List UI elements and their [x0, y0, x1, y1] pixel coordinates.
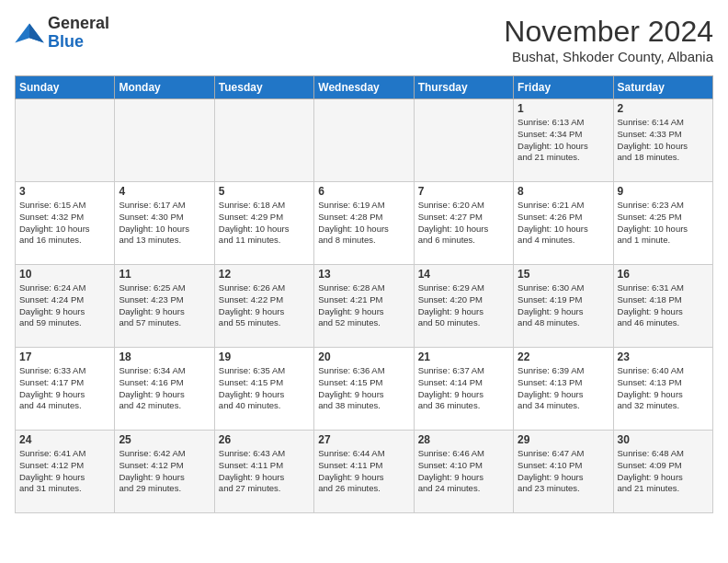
- calendar-cell: 7Sunrise: 6:20 AMSunset: 4:27 PMDaylight…: [414, 182, 513, 265]
- calendar-cell: 15Sunrise: 6:30 AMSunset: 4:19 PMDayligh…: [514, 265, 613, 348]
- weekday-header-row: SundayMondayTuesdayWednesdayThursdayFrid…: [16, 76, 713, 99]
- day-number: 23: [618, 350, 709, 363]
- day-number: 12: [219, 268, 310, 281]
- calendar-cell: 30Sunrise: 6:48 AMSunset: 4:09 PMDayligh…: [613, 431, 712, 513]
- weekday-header-tuesday: Tuesday: [214, 76, 313, 99]
- day-number: 6: [318, 185, 409, 198]
- calendar-cell: 23Sunrise: 6:40 AMSunset: 4:13 PMDayligh…: [613, 348, 712, 431]
- calendar-cell: [214, 99, 313, 182]
- day-info: Sunrise: 6:29 AMSunset: 4:20 PMDaylight:…: [418, 282, 509, 329]
- calendar-cell: 11Sunrise: 6:25 AMSunset: 4:23 PMDayligh…: [115, 265, 214, 348]
- day-number: 27: [318, 433, 409, 446]
- location-subtitle: Bushat, Shkoder County, Albania: [504, 49, 713, 64]
- day-number: 15: [518, 268, 609, 281]
- weekday-header-monday: Monday: [115, 76, 214, 99]
- day-number: 10: [19, 268, 110, 281]
- day-number: 1: [518, 102, 609, 115]
- weekday-header-saturday: Saturday: [613, 76, 712, 99]
- day-info: Sunrise: 6:43 AMSunset: 4:11 PMDaylight:…: [219, 448, 310, 495]
- day-number: 14: [418, 268, 509, 281]
- calendar-cell: [16, 99, 115, 182]
- day-info: Sunrise: 6:19 AMSunset: 4:28 PMDaylight:…: [318, 200, 409, 247]
- day-info: Sunrise: 6:28 AMSunset: 4:21 PMDaylight:…: [318, 282, 409, 329]
- calendar-cell: 3Sunrise: 6:15 AMSunset: 4:32 PMDaylight…: [16, 182, 115, 265]
- day-info: Sunrise: 6:17 AMSunset: 4:30 PMDaylight:…: [119, 200, 210, 247]
- day-info: Sunrise: 6:15 AMSunset: 4:32 PMDaylight:…: [19, 200, 110, 247]
- page-header: General Blue November 2024 Bushat, Shkod…: [15, 15, 713, 64]
- day-info: Sunrise: 6:24 AMSunset: 4:24 PMDaylight:…: [19, 282, 110, 329]
- day-number: 18: [119, 350, 210, 363]
- calendar-cell: 18Sunrise: 6:34 AMSunset: 4:16 PMDayligh…: [115, 348, 214, 431]
- day-info: Sunrise: 6:34 AMSunset: 4:16 PMDaylight:…: [119, 365, 210, 412]
- day-number: 24: [19, 433, 110, 446]
- day-info: Sunrise: 6:26 AMSunset: 4:22 PMDaylight:…: [219, 282, 310, 329]
- day-info: Sunrise: 6:41 AMSunset: 4:12 PMDaylight:…: [19, 448, 110, 495]
- day-info: Sunrise: 6:13 AMSunset: 4:34 PMDaylight:…: [518, 117, 609, 164]
- calendar-week-row: 10Sunrise: 6:24 AMSunset: 4:24 PMDayligh…: [16, 265, 713, 348]
- day-number: 16: [618, 268, 709, 281]
- day-info: Sunrise: 6:25 AMSunset: 4:23 PMDaylight:…: [119, 282, 210, 329]
- svg-marker-1: [29, 23, 44, 42]
- calendar-week-row: 17Sunrise: 6:33 AMSunset: 4:17 PMDayligh…: [16, 348, 713, 431]
- calendar-cell: [115, 99, 214, 182]
- day-number: 25: [119, 433, 210, 446]
- calendar-week-row: 1Sunrise: 6:13 AMSunset: 4:34 PMDaylight…: [16, 99, 713, 182]
- day-number: 13: [318, 268, 409, 281]
- day-info: Sunrise: 6:48 AMSunset: 4:09 PMDaylight:…: [618, 448, 709, 495]
- day-info: Sunrise: 6:37 AMSunset: 4:14 PMDaylight:…: [418, 365, 509, 412]
- calendar-table: SundayMondayTuesdayWednesdayThursdayFrid…: [15, 75, 713, 513]
- day-info: Sunrise: 6:14 AMSunset: 4:33 PMDaylight:…: [618, 117, 709, 164]
- day-number: 21: [418, 350, 509, 363]
- calendar-cell: 16Sunrise: 6:31 AMSunset: 4:18 PMDayligh…: [613, 265, 712, 348]
- calendar-cell: [314, 99, 414, 182]
- calendar-cell: 5Sunrise: 6:18 AMSunset: 4:29 PMDaylight…: [214, 182, 313, 265]
- logo-icon: [15, 20, 44, 46]
- day-info: Sunrise: 6:46 AMSunset: 4:10 PMDaylight:…: [418, 448, 509, 495]
- day-info: Sunrise: 6:42 AMSunset: 4:12 PMDaylight:…: [119, 448, 210, 495]
- day-info: Sunrise: 6:20 AMSunset: 4:27 PMDaylight:…: [418, 200, 509, 247]
- calendar-cell: 17Sunrise: 6:33 AMSunset: 4:17 PMDayligh…: [16, 348, 115, 431]
- calendar-cell: 25Sunrise: 6:42 AMSunset: 4:12 PMDayligh…: [115, 431, 214, 513]
- calendar-cell: 22Sunrise: 6:39 AMSunset: 4:13 PMDayligh…: [514, 348, 613, 431]
- calendar-cell: [414, 99, 513, 182]
- day-number: 9: [618, 185, 709, 198]
- calendar-cell: 26Sunrise: 6:43 AMSunset: 4:11 PMDayligh…: [214, 431, 313, 513]
- calendar-week-row: 3Sunrise: 6:15 AMSunset: 4:32 PMDaylight…: [16, 182, 713, 265]
- day-info: Sunrise: 6:18 AMSunset: 4:29 PMDaylight:…: [219, 200, 310, 247]
- calendar-cell: 1Sunrise: 6:13 AMSunset: 4:34 PMDaylight…: [514, 99, 613, 182]
- day-info: Sunrise: 6:44 AMSunset: 4:11 PMDaylight:…: [318, 448, 409, 495]
- day-info: Sunrise: 6:30 AMSunset: 4:19 PMDaylight:…: [518, 282, 609, 329]
- weekday-header-sunday: Sunday: [16, 76, 115, 99]
- day-number: 29: [518, 433, 609, 446]
- calendar-cell: 28Sunrise: 6:46 AMSunset: 4:10 PMDayligh…: [414, 431, 513, 513]
- calendar-week-row: 24Sunrise: 6:41 AMSunset: 4:12 PMDayligh…: [16, 431, 713, 513]
- calendar-cell: 19Sunrise: 6:35 AMSunset: 4:15 PMDayligh…: [214, 348, 313, 431]
- day-number: 3: [19, 185, 110, 198]
- day-number: 26: [219, 433, 310, 446]
- calendar-cell: 29Sunrise: 6:47 AMSunset: 4:10 PMDayligh…: [514, 431, 613, 513]
- calendar-header: SundayMondayTuesdayWednesdayThursdayFrid…: [16, 76, 713, 99]
- day-info: Sunrise: 6:40 AMSunset: 4:13 PMDaylight:…: [618, 365, 709, 412]
- calendar-cell: 8Sunrise: 6:21 AMSunset: 4:26 PMDaylight…: [514, 182, 613, 265]
- day-info: Sunrise: 6:47 AMSunset: 4:10 PMDaylight:…: [518, 448, 609, 495]
- calendar-cell: 6Sunrise: 6:19 AMSunset: 4:28 PMDaylight…: [314, 182, 414, 265]
- day-number: 22: [518, 350, 609, 363]
- calendar-cell: 10Sunrise: 6:24 AMSunset: 4:24 PMDayligh…: [16, 265, 115, 348]
- calendar-cell: 2Sunrise: 6:14 AMSunset: 4:33 PMDaylight…: [613, 99, 712, 182]
- calendar-cell: 21Sunrise: 6:37 AMSunset: 4:14 PMDayligh…: [414, 348, 513, 431]
- day-number: 20: [318, 350, 409, 363]
- day-number: 8: [518, 185, 609, 198]
- month-year-title: November 2024: [504, 15, 713, 49]
- day-number: 30: [618, 433, 709, 446]
- day-number: 2: [618, 102, 709, 115]
- calendar-body: 1Sunrise: 6:13 AMSunset: 4:34 PMDaylight…: [16, 99, 713, 513]
- day-number: 7: [418, 185, 509, 198]
- logo: General Blue: [15, 15, 109, 52]
- day-number: 5: [219, 185, 310, 198]
- day-info: Sunrise: 6:21 AMSunset: 4:26 PMDaylight:…: [518, 200, 609, 247]
- calendar-cell: 4Sunrise: 6:17 AMSunset: 4:30 PMDaylight…: [115, 182, 214, 265]
- title-block: November 2024 Bushat, Shkoder County, Al…: [504, 15, 713, 64]
- day-number: 28: [418, 433, 509, 446]
- day-number: 4: [119, 185, 210, 198]
- day-info: Sunrise: 6:39 AMSunset: 4:13 PMDaylight:…: [518, 365, 609, 412]
